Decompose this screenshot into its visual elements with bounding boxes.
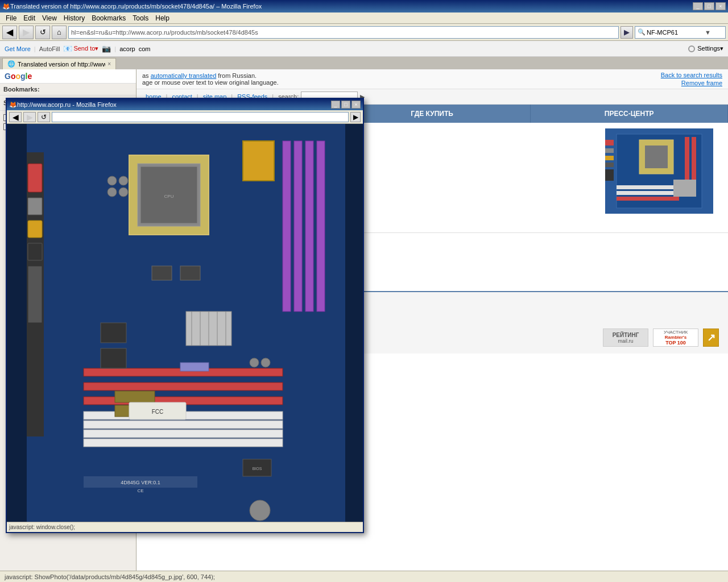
menu-view[interactable]: View [39, 13, 60, 23]
address-text: hl=en&sl=ru&u=http://www.acorp.ru/produc… [71, 29, 258, 36]
svg-rect-8 [317, 141, 325, 311]
tab-press-center[interactable]: ПРЕСС-ЦЕНТР [531, 105, 728, 123]
address-bar[interactable]: hl=en&sl=ru&u=http://www.acorp.ru/produc… [68, 26, 619, 39]
svg-text:BIOS: BIOS [253, 467, 262, 471]
product-main-image [605, 128, 719, 215]
svg-rect-46 [180, 266, 200, 280]
svg-rect-62 [605, 163, 614, 167]
svg-rect-9 [243, 141, 274, 181]
tab-close-btn[interactable]: × [107, 61, 111, 67]
browser-body: 🦊 http://www.acorp.ru - Mozilla Firefox … [0, 69, 728, 571]
reload-button[interactable]: ↺ [35, 26, 50, 39]
menu-bookmarks[interactable]: Bookmarks [88, 13, 129, 23]
camera-icon: 📷 [102, 44, 111, 53]
svg-rect-61 [605, 156, 614, 160]
svg-rect-11 [84, 383, 283, 390]
tab-bar: 🌐 Translated version of http://www... × [0, 57, 728, 69]
svg-point-37 [119, 176, 128, 185]
settings-btn[interactable]: Settings▾ [697, 45, 723, 52]
svg-rect-6 [294, 141, 302, 311]
maximize-btn[interactable]: □ [704, 2, 714, 10]
back-button[interactable]: ◀ [2, 26, 17, 39]
svg-rect-56 [617, 185, 679, 189]
get-more-link[interactable]: Get More [5, 45, 31, 52]
firefox-icon: 🦊 [2, 3, 10, 10]
popup-minimize[interactable]: _ [331, 101, 340, 109]
rambler-logo: РЕЙТИНГ mail.ru [603, 329, 648, 347]
translation-text: as automatically translated from Russian… [142, 72, 279, 86]
svg-rect-15 [84, 430, 283, 438]
bookmarks-header: Bookmarks: [0, 84, 136, 95]
popup-close[interactable]: × [351, 101, 361, 109]
svg-rect-33 [28, 221, 42, 238]
svg-rect-63 [605, 169, 614, 181]
menu-tools[interactable]: Tools [129, 13, 152, 23]
com-text: com [139, 45, 151, 52]
svg-text:CPU: CPU [164, 194, 174, 199]
popup-maximize[interactable]: □ [341, 101, 350, 109]
radio-btn [688, 45, 695, 52]
svg-rect-59 [605, 140, 614, 146]
svg-rect-58 [617, 197, 679, 201]
svg-rect-32 [28, 198, 42, 215]
nav-toolbar: ◀ ▶ ↺ ⌂ hl=en&sl=ru&u=http://www.acorp.r… [0, 24, 728, 41]
svg-rect-31 [28, 164, 42, 192]
popup-reload[interactable]: ↺ [38, 112, 50, 122]
menu-history[interactable]: History [60, 13, 88, 23]
menu-help[interactable]: Help [152, 13, 173, 23]
svg-text:FCC: FCC [152, 409, 164, 415]
popup-back[interactable]: ◀ [9, 112, 22, 122]
svg-rect-53 [692, 137, 696, 182]
remove-frame-link[interactable]: Remove frame [681, 80, 722, 86]
svg-point-39 [119, 188, 128, 197]
svg-rect-47 [101, 323, 126, 343]
forward-button[interactable]: ▶ [19, 26, 34, 39]
svg-rect-60 [605, 148, 614, 153]
svg-point-36 [107, 176, 117, 185]
menu-edit[interactable]: Edit [20, 13, 39, 23]
popup-controls: _ □ × [331, 101, 361, 109]
svg-rect-23 [115, 391, 155, 402]
svg-text:CE: CE [137, 488, 143, 493]
search-input[interactable] [647, 29, 704, 36]
popup-status-text: javascript: window.close(); [9, 524, 75, 530]
popup-content: CPU [7, 124, 363, 522]
go-button[interactable]: ▶ [621, 26, 633, 39]
close-btn[interactable]: × [715, 2, 726, 10]
send-to-btn[interactable]: 📧 Send to▾ [63, 44, 98, 53]
svg-point-38 [107, 188, 117, 197]
svg-rect-35 [28, 266, 42, 323]
popup-window: 🦊 http://www.acorp.ru - Mozilla Firefox … [6, 98, 364, 533]
svg-point-41 [261, 358, 270, 367]
svg-rect-49 [180, 363, 209, 371]
menu-file[interactable]: File [2, 13, 20, 23]
footer-arrow-btn[interactable]: ↗ [703, 329, 719, 347]
menu-bar: File Edit View History Bookmarks Tools H… [0, 13, 728, 24]
popup-address[interactable] [52, 112, 349, 122]
popup-forward[interactable]: ▶ [23, 112, 36, 122]
popup-icon: 🦊 [9, 101, 17, 109]
svg-point-40 [250, 358, 259, 367]
outer-title-bar: 🦊 Translated version of http://www.acorp… [0, 0, 728, 13]
product-image-svg[interactable] [605, 128, 713, 214]
svg-rect-48 [101, 348, 126, 368]
popup-status: javascript: window.close(); [7, 522, 363, 532]
minimize-btn[interactable]: _ [693, 2, 703, 10]
svg-rect-14 [84, 421, 283, 429]
auto-translated-link[interactable]: automatically translated [151, 72, 217, 79]
popup-toolbar: ◀ ▶ ↺ ▶ [7, 110, 363, 124]
back-to-search-link[interactable]: Back to search results [661, 72, 722, 78]
popup-title-text: http://www.acorp.ru - Mozilla Firefox [17, 101, 331, 108]
autofill-btn[interactable]: AutoFill [39, 45, 60, 52]
tab-translated[interactable]: 🌐 Translated version of http://www... × [2, 58, 116, 69]
svg-rect-57 [617, 191, 679, 195]
home-button[interactable]: ⌂ [52, 26, 67, 39]
svg-rect-64 [673, 180, 696, 197]
popup-titlebar: 🦊 http://www.acorp.ru - Mozilla Firefox … [7, 99, 363, 110]
rambler-top100: УЧАСТНИК Rambler's TOP 100 [653, 329, 698, 347]
window-controls: _ □ × [693, 2, 726, 10]
svg-text:4D845G VER:0.1: 4D845G VER:0.1 [121, 480, 160, 485]
svg-rect-16 [84, 439, 283, 447]
popup-go[interactable]: ▶ [350, 112, 361, 122]
svg-rect-45 [152, 266, 172, 280]
